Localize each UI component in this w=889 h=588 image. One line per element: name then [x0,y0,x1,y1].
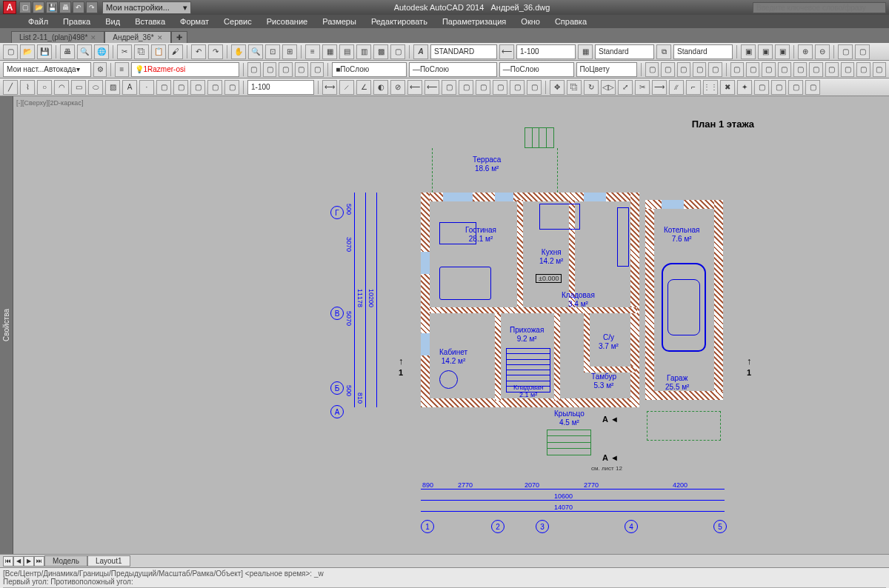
dim-cont-icon[interactable]: ⟵ [407,80,422,95]
last-tab-icon[interactable]: ⏭ [34,556,44,567]
ellipse-icon[interactable]: ⬭ [88,80,103,95]
copy-icon[interactable]: ⿻ [134,44,149,59]
preview-icon[interactable]: 🔍 [77,44,92,59]
new-tab-button[interactable]: ✚ [171,31,187,43]
hatch-icon[interactable]: ▨ [105,80,120,95]
menu-edit[interactable]: Правка [57,16,96,27]
block-icon[interactable]: ▣ [758,44,773,59]
layer-tool-icon[interactable]: ▢ [310,62,324,77]
group-icon[interactable]: ⊖ [815,44,830,59]
dimstyle-combo[interactable]: 1-100 [516,44,576,59]
tool-icon[interactable]: ▢ [173,80,188,95]
tablestyle-combo[interactable]: Standard [595,44,654,59]
arc-icon[interactable]: ◠ [54,80,69,95]
modify-icon[interactable]: ▢ [788,80,803,95]
tab-layout[interactable]: Layout1 [87,555,130,567]
point-icon[interactable]: · [139,80,154,95]
menu-draw[interactable]: Рисование [261,16,313,27]
dim-tool-icon[interactable]: ▢ [442,80,456,95]
misc-icon[interactable]: ▢ [762,62,775,77]
menu-window[interactable]: Окно [515,16,546,27]
close-icon[interactable]: ✕ [157,34,163,41]
layer-tool-icon[interactable]: ▢ [279,62,292,77]
fillet-icon[interactable]: ⌐ [686,80,701,95]
offset-icon[interactable]: ⫽ [669,80,684,95]
undo-icon[interactable]: ↶ [73,1,84,13]
paste-icon[interactable]: 📋 [151,44,166,59]
markup-icon[interactable]: ▩ [373,44,388,59]
misc-icon[interactable]: ▢ [855,44,870,59]
ltype-combo[interactable]: — ПоСлою [409,62,497,77]
zoom-icon[interactable]: 🔍 [248,44,263,59]
properties-icon[interactable]: ≡ [305,44,320,59]
layer-props-icon[interactable]: ≡ [115,62,128,77]
dim-base-icon[interactable]: ⟵ [424,80,439,95]
doc-tab[interactable]: Андрей_36*✕ [104,31,170,43]
dim-radius-icon[interactable]: ◐ [373,80,388,95]
new-icon[interactable]: ▢ [19,1,31,13]
misc-icon[interactable]: ▢ [856,62,870,77]
circle-icon[interactable]: ○ [37,80,52,95]
color-combo[interactable]: ■ ПоСлою [332,62,407,77]
misc-icon[interactable]: ▢ [746,62,759,77]
line-icon[interactable]: ╱ [3,80,18,95]
properties-panel-collapsed[interactable]: Свойства [0,96,13,554]
gear-icon[interactable]: ⚙ [93,62,107,77]
dim-tool-icon[interactable]: ▢ [510,80,525,95]
block-icon[interactable]: ▣ [775,44,790,59]
plotstyle-combo[interactable]: ПоЦвету [576,62,638,77]
text-icon[interactable]: A [122,80,137,95]
dim-tool-icon[interactable]: ▢ [459,80,473,95]
menu-help[interactable]: Справка [549,16,593,27]
array-icon[interactable]: ⋮⋮ [703,80,718,95]
rect-icon[interactable]: ▭ [71,80,86,95]
misc-icon[interactable]: ▢ [793,62,807,77]
misc-icon[interactable]: ▢ [730,62,744,77]
textstyle-icon[interactable]: A [413,44,428,59]
dim-linear-icon[interactable]: ⟷ [322,80,337,95]
menu-dims[interactable]: Размеры [316,16,362,27]
menu-tools[interactable]: Сервис [218,16,258,27]
match-icon[interactable]: 🖌 [168,44,183,59]
ref-icon[interactable]: ▢ [693,62,706,77]
misc-icon[interactable]: ▢ [825,62,839,77]
scale-icon[interactable]: ⤢ [618,80,633,95]
publish-icon[interactable]: 🌐 [94,44,109,59]
dim-angular-icon[interactable]: ∠ [356,80,371,95]
tool-icon[interactable]: ▢ [207,80,222,95]
calc-icon[interactable]: ▢ [390,44,405,59]
print-icon[interactable]: 🖶 [60,44,75,59]
extend-icon[interactable]: ⟶ [652,80,667,95]
doc-tab[interactable]: List 2-11_(planj)498*✕ [11,31,104,43]
next-tab-icon[interactable]: ▶ [24,556,34,567]
workspace2-combo[interactable]: Мои наст...Автокада ▾ [3,62,91,77]
cut-icon[interactable]: ✂ [117,44,132,59]
tab-model[interactable]: Модель [44,555,87,567]
modify-icon[interactable]: ▢ [754,80,769,95]
viewport-label[interactable]: [-][Сверху][2D-каркас] [16,99,83,107]
block-icon[interactable]: ▣ [741,44,756,59]
first-tab-icon[interactable]: ⏮ [3,556,13,567]
trim-icon[interactable]: ✂ [635,80,650,95]
erase-icon[interactable]: ✖ [720,80,735,95]
drawing-viewport[interactable]: [-][Сверху][2D-каркас] План 1 этажа Терр… [13,96,889,554]
close-icon[interactable]: ✕ [90,34,96,41]
mirror-icon[interactable]: ◁▷ [601,80,616,95]
textstyle-combo[interactable]: STANDARD [430,44,497,59]
app-logo[interactable]: A [3,1,16,14]
sheet-set-icon[interactable]: ▥ [356,44,371,59]
redo-icon[interactable]: ↷ [208,44,223,59]
mlstyle-icon[interactable]: ⧉ [656,44,671,59]
layer-tool-icon[interactable]: ▢ [295,62,308,77]
save-icon[interactable]: 💾 [37,44,52,59]
tool-icon[interactable]: ▢ [156,80,171,95]
search-input[interactable] [753,2,886,13]
lweight-combo[interactable]: — ПоСлою [499,62,574,77]
dim-tool-icon[interactable]: ▢ [476,80,490,95]
pline-icon[interactable]: ⌇ [20,80,35,95]
open-icon[interactable]: 📂 [20,44,35,59]
explode-icon[interactable]: ✦ [737,80,752,95]
scale-combo[interactable]: 1-100 [247,80,314,95]
pan-icon[interactable]: ✋ [231,44,246,59]
misc-icon[interactable]: ▢ [809,62,822,77]
